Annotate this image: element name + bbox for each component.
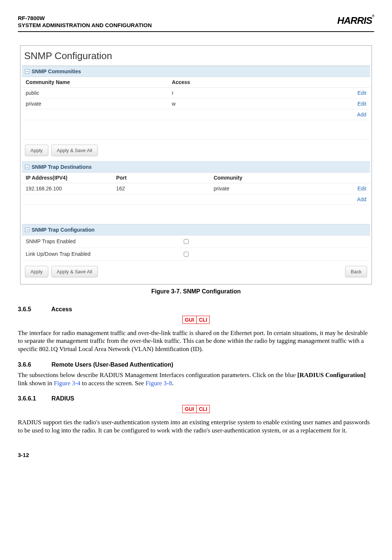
snmp-trap-config-label: SNMP Trap Configuration	[32, 227, 94, 233]
col-community-name: Community Name	[22, 77, 168, 88]
apply-save-all-button[interactable]: Apply & Save All	[51, 145, 98, 156]
snmp-communities-label: SNMP Communities	[32, 68, 81, 74]
button-row: Apply Apply & Save All	[22, 139, 370, 161]
doc-subtitle: SYSTEM ADMINISTRATION AND CONFIGURATION	[18, 22, 152, 29]
table-row: public r Edit	[22, 87, 370, 98]
section-title: Access	[51, 306, 72, 312]
apply-save-all-button[interactable]: Apply & Save All	[51, 266, 98, 277]
paragraph-access: The interface for radio management traff…	[18, 329, 374, 353]
config-row: SNMP Traps Enabled	[22, 235, 370, 248]
gui-cli-badge: GUI CLI	[18, 316, 374, 324]
paragraph-radius: RADIUS support ties the radio's user-aut…	[18, 418, 374, 435]
back-button[interactable]: Back	[345, 266, 367, 277]
apply-button[interactable]: Apply	[25, 266, 48, 277]
section-number: 3.6.5	[18, 306, 50, 313]
port-cell: 162	[112, 183, 210, 194]
snmp-trap-dest-header[interactable]: SNMP Trap Destinations	[22, 161, 370, 173]
col-access: Access	[168, 77, 307, 88]
snmp-trap-dest-table: IP Address(IPV4) Port Community 192.168.…	[22, 173, 370, 224]
collapse-icon[interactable]	[25, 69, 29, 74]
gui-badge: GUI	[183, 405, 197, 413]
community-name-cell: private	[22, 98, 168, 109]
link-updown-trap-checkbox[interactable]	[184, 252, 189, 257]
section-number: 3.6.6.1	[18, 395, 50, 402]
table-row: 192.168.26.100 162 private Edit	[22, 183, 370, 194]
edit-link[interactable]: Edit	[357, 101, 366, 107]
access-cell: w	[168, 98, 307, 109]
figure-3-4-link[interactable]: Figure 3-4	[54, 380, 80, 387]
snmp-traps-enabled-label: SNMP Traps Enabled	[26, 238, 182, 244]
collapse-icon[interactable]	[25, 165, 29, 169]
brand-logo: HARRIS®	[337, 15, 374, 26]
model-number: RF-7800W	[18, 15, 152, 22]
access-cell: r	[168, 87, 307, 98]
section-3-6-6-heading: 3.6.6 Remote Users (User-Based Authentic…	[18, 361, 374, 368]
edit-link[interactable]: Edit	[357, 186, 366, 192]
header-left: RF-7800W SYSTEM ADMINISTRATION AND CONFI…	[18, 15, 152, 29]
radius-config-link-label: [RADIUS Configuration]	[298, 371, 366, 379]
col-port: Port	[112, 173, 210, 183]
cli-badge: CLI	[197, 316, 210, 324]
section-3-6-6-1-heading: 3.6.6.1 RADIUS	[18, 395, 374, 402]
snmp-communities-header[interactable]: SNMP Communities	[22, 66, 370, 77]
config-row: Link Up/Down Trap Enabled	[22, 248, 370, 261]
screenshot-title: SNMP Configuration	[22, 47, 370, 66]
add-link[interactable]: Add	[357, 112, 366, 118]
section-title: RADIUS	[51, 395, 74, 402]
col-ip: IP Address(IPV4)	[22, 173, 112, 183]
paragraph-remote-users: The subsections below describe RADIUS Ma…	[18, 371, 374, 387]
snmp-traps-enabled-checkbox[interactable]	[184, 239, 189, 244]
section-title: Remote Users (User-Based Authentication)	[51, 361, 173, 368]
snmp-communities-table: Community Name Access public r Edit priv…	[22, 77, 370, 139]
figure-3-8-link[interactable]: Figure 3-8	[145, 380, 172, 387]
table-row: Add	[22, 109, 370, 120]
link-updown-trap-label: Link Up/Down Trap Enabled	[26, 251, 182, 257]
button-row-bottom: Apply Apply & Save All Back	[22, 261, 370, 283]
brand-text: HARRIS	[337, 15, 372, 26]
page-header: RF-7800W SYSTEM ADMINISTRATION AND CONFI…	[18, 15, 374, 32]
col-community: Community	[210, 173, 307, 183]
section-3-6-5-heading: 3.6.5 Access	[18, 306, 374, 313]
ip-cell: 192.168.26.100	[22, 183, 112, 194]
gui-badge: GUI	[183, 316, 197, 324]
gui-cli-badge: GUI CLI	[18, 405, 374, 413]
community-name-cell: public	[22, 87, 168, 98]
table-row: Add	[22, 194, 370, 205]
cli-badge: CLI	[197, 405, 210, 413]
community-cell: private	[210, 183, 307, 194]
section-number: 3.6.6	[18, 361, 50, 368]
table-row: private w Edit	[22, 98, 370, 109]
add-link[interactable]: Add	[357, 196, 366, 202]
registered-mark: ®	[372, 14, 374, 18]
snmp-trap-config-header[interactable]: SNMP Trap Configuration	[22, 224, 370, 235]
page-number: 3-12	[18, 452, 374, 458]
edit-link[interactable]: Edit	[357, 90, 366, 96]
figure-caption: Figure 3-7. SNMP Configuration	[18, 288, 374, 295]
snmp-trap-dest-label: SNMP Trap Destinations	[32, 164, 92, 170]
collapse-icon[interactable]	[25, 228, 29, 232]
apply-button[interactable]: Apply	[25, 145, 48, 156]
snmp-config-screenshot: SNMP Configuration SNMP Communities Comm…	[20, 45, 372, 284]
